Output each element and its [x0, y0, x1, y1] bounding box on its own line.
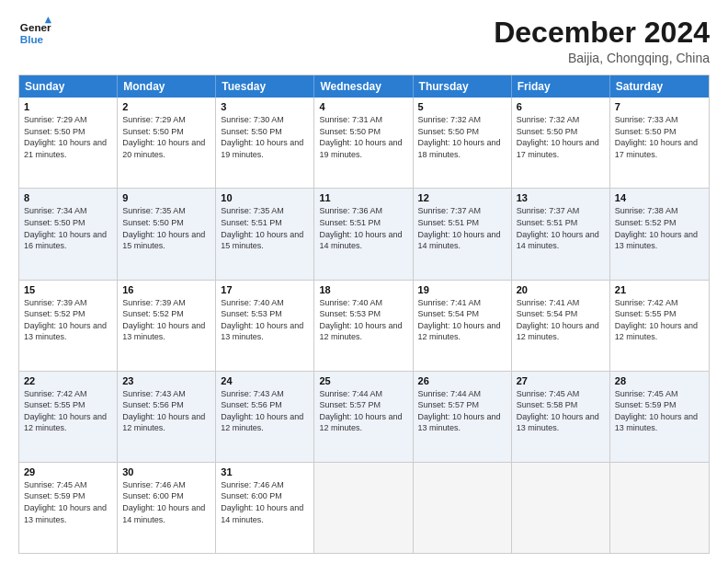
table-row: 17Sunrise: 7:40 AMSunset: 5:53 PMDayligh…	[216, 281, 314, 371]
day-number: 7	[615, 101, 704, 112]
day-number: 13	[517, 192, 605, 203]
title-block: December 2024 Baijia, Chongqing, China	[494, 17, 710, 65]
table-row	[314, 463, 413, 553]
day-info: Sunrise: 7:35 AMSunset: 5:51 PMDaylight:…	[221, 205, 309, 251]
table-row: 27Sunrise: 7:45 AMSunset: 5:58 PMDayligh…	[512, 372, 610, 462]
cal-row-5: 29Sunrise: 7:45 AMSunset: 5:59 PMDayligh…	[19, 462, 709, 553]
day-info: Sunrise: 7:46 AMSunset: 6:00 PMDaylight:…	[122, 479, 210, 525]
day-number: 9	[122, 192, 210, 203]
table-row: 20Sunrise: 7:41 AMSunset: 5:54 PMDayligh…	[512, 281, 610, 371]
table-row: 25Sunrise: 7:44 AMSunset: 5:57 PMDayligh…	[314, 372, 413, 462]
table-row: 9Sunrise: 7:35 AMSunset: 5:50 PMDaylight…	[118, 189, 216, 279]
day-number: 27	[517, 375, 605, 386]
header-tuesday: Tuesday	[216, 75, 314, 98]
day-info: Sunrise: 7:39 AMSunset: 5:52 PMDaylight:…	[122, 297, 210, 343]
day-number: 28	[615, 375, 704, 386]
logo-icon: General Blue	[18, 17, 51, 50]
day-number: 6	[517, 101, 605, 112]
table-row: 26Sunrise: 7:44 AMSunset: 5:57 PMDayligh…	[414, 372, 512, 462]
day-number: 5	[418, 101, 506, 112]
cal-row-1: 1Sunrise: 7:29 AMSunset: 5:50 PMDaylight…	[19, 98, 709, 188]
table-row: 16Sunrise: 7:39 AMSunset: 5:52 PMDayligh…	[118, 281, 216, 371]
day-info: Sunrise: 7:45 AMSunset: 5:58 PMDaylight:…	[517, 388, 605, 434]
day-number: 23	[122, 375, 210, 386]
cal-row-4: 22Sunrise: 7:42 AMSunset: 5:55 PMDayligh…	[19, 371, 709, 462]
day-number: 15	[24, 284, 112, 295]
calendar-header: Sunday Monday Tuesday Wednesday Thursday…	[19, 75, 709, 98]
day-info: Sunrise: 7:39 AMSunset: 5:52 PMDaylight:…	[24, 297, 112, 343]
day-info: Sunrise: 7:41 AMSunset: 5:54 PMDaylight:…	[517, 297, 605, 343]
table-row: 29Sunrise: 7:45 AMSunset: 5:59 PMDayligh…	[19, 463, 118, 553]
day-info: Sunrise: 7:33 AMSunset: 5:50 PMDaylight:…	[615, 114, 704, 160]
day-number: 25	[319, 375, 407, 386]
page: General Blue General Blue December 2024 …	[0, 0, 728, 563]
day-number: 17	[221, 284, 309, 295]
day-info: Sunrise: 7:40 AMSunset: 5:53 PMDaylight:…	[319, 297, 407, 343]
table-row: 12Sunrise: 7:37 AMSunset: 5:51 PMDayligh…	[414, 189, 512, 279]
day-info: Sunrise: 7:31 AMSunset: 5:50 PMDaylight:…	[319, 114, 407, 160]
svg-marker-2	[45, 17, 51, 23]
day-info: Sunrise: 7:40 AMSunset: 5:53 PMDaylight:…	[221, 297, 309, 343]
day-info: Sunrise: 7:34 AMSunset: 5:50 PMDaylight:…	[24, 205, 112, 251]
table-row: 14Sunrise: 7:38 AMSunset: 5:52 PMDayligh…	[610, 189, 709, 279]
day-number: 1	[24, 101, 112, 112]
day-info: Sunrise: 7:45 AMSunset: 5:59 PMDaylight:…	[615, 388, 704, 434]
table-row: 7Sunrise: 7:33 AMSunset: 5:50 PMDaylight…	[610, 98, 709, 188]
table-row: 2Sunrise: 7:29 AMSunset: 5:50 PMDaylight…	[118, 98, 216, 188]
day-number: 12	[418, 192, 506, 203]
day-number: 18	[319, 284, 407, 295]
day-info: Sunrise: 7:38 AMSunset: 5:52 PMDaylight:…	[615, 205, 704, 251]
day-number: 19	[418, 284, 506, 295]
day-number: 31	[221, 466, 309, 477]
day-number: 21	[615, 284, 704, 295]
day-number: 22	[24, 375, 112, 386]
table-row: 31Sunrise: 7:46 AMSunset: 6:00 PMDayligh…	[216, 463, 314, 553]
day-number: 8	[24, 192, 112, 203]
day-number: 4	[319, 101, 407, 112]
header: General Blue General Blue December 2024 …	[18, 17, 710, 65]
header-thursday: Thursday	[414, 75, 512, 98]
table-row: 6Sunrise: 7:32 AMSunset: 5:50 PMDaylight…	[512, 98, 610, 188]
day-info: Sunrise: 7:44 AMSunset: 5:57 PMDaylight:…	[319, 388, 407, 434]
day-info: Sunrise: 7:42 AMSunset: 5:55 PMDaylight:…	[615, 297, 704, 343]
logo: General Blue General Blue	[18, 17, 51, 50]
table-row: 5Sunrise: 7:32 AMSunset: 5:50 PMDaylight…	[414, 98, 512, 188]
table-row: 30Sunrise: 7:46 AMSunset: 6:00 PMDayligh…	[118, 463, 216, 553]
day-info: Sunrise: 7:43 AMSunset: 5:56 PMDaylight:…	[122, 388, 210, 434]
header-friday: Friday	[512, 75, 610, 98]
svg-text:Blue: Blue	[20, 33, 44, 45]
day-number: 29	[24, 466, 112, 477]
table-row: 11Sunrise: 7:36 AMSunset: 5:51 PMDayligh…	[314, 189, 413, 279]
header-saturday: Saturday	[610, 75, 709, 98]
table-row: 13Sunrise: 7:37 AMSunset: 5:51 PMDayligh…	[512, 189, 610, 279]
table-row: 10Sunrise: 7:35 AMSunset: 5:51 PMDayligh…	[216, 189, 314, 279]
day-info: Sunrise: 7:32 AMSunset: 5:50 PMDaylight:…	[418, 114, 506, 160]
table-row: 19Sunrise: 7:41 AMSunset: 5:54 PMDayligh…	[414, 281, 512, 371]
table-row: 23Sunrise: 7:43 AMSunset: 5:56 PMDayligh…	[118, 372, 216, 462]
day-info: Sunrise: 7:41 AMSunset: 5:54 PMDaylight:…	[418, 297, 506, 343]
day-info: Sunrise: 7:32 AMSunset: 5:50 PMDaylight:…	[517, 114, 605, 160]
day-info: Sunrise: 7:29 AMSunset: 5:50 PMDaylight:…	[122, 114, 210, 160]
table-row: 4Sunrise: 7:31 AMSunset: 5:50 PMDaylight…	[314, 98, 413, 188]
day-info: Sunrise: 7:29 AMSunset: 5:50 PMDaylight:…	[24, 114, 112, 160]
table-row	[610, 463, 709, 553]
day-number: 30	[122, 466, 210, 477]
day-info: Sunrise: 7:30 AMSunset: 5:50 PMDaylight:…	[221, 114, 309, 160]
day-number: 14	[615, 192, 704, 203]
header-wednesday: Wednesday	[314, 75, 413, 98]
table-row	[414, 463, 512, 553]
day-number: 20	[517, 284, 605, 295]
day-info: Sunrise: 7:37 AMSunset: 5:51 PMDaylight:…	[517, 205, 605, 251]
day-number: 24	[221, 375, 309, 386]
header-monday: Monday	[118, 75, 216, 98]
cal-row-2: 8Sunrise: 7:34 AMSunset: 5:50 PMDaylight…	[19, 188, 709, 279]
day-info: Sunrise: 7:35 AMSunset: 5:50 PMDaylight:…	[122, 205, 210, 251]
day-number: 10	[221, 192, 309, 203]
table-row: 22Sunrise: 7:42 AMSunset: 5:55 PMDayligh…	[19, 372, 118, 462]
table-row: 1Sunrise: 7:29 AMSunset: 5:50 PMDaylight…	[19, 98, 118, 188]
day-number: 11	[319, 192, 407, 203]
table-row: 28Sunrise: 7:45 AMSunset: 5:59 PMDayligh…	[610, 372, 709, 462]
table-row	[512, 463, 610, 553]
calendar-body: 1Sunrise: 7:29 AMSunset: 5:50 PMDaylight…	[19, 98, 709, 553]
day-info: Sunrise: 7:44 AMSunset: 5:57 PMDaylight:…	[418, 388, 506, 434]
